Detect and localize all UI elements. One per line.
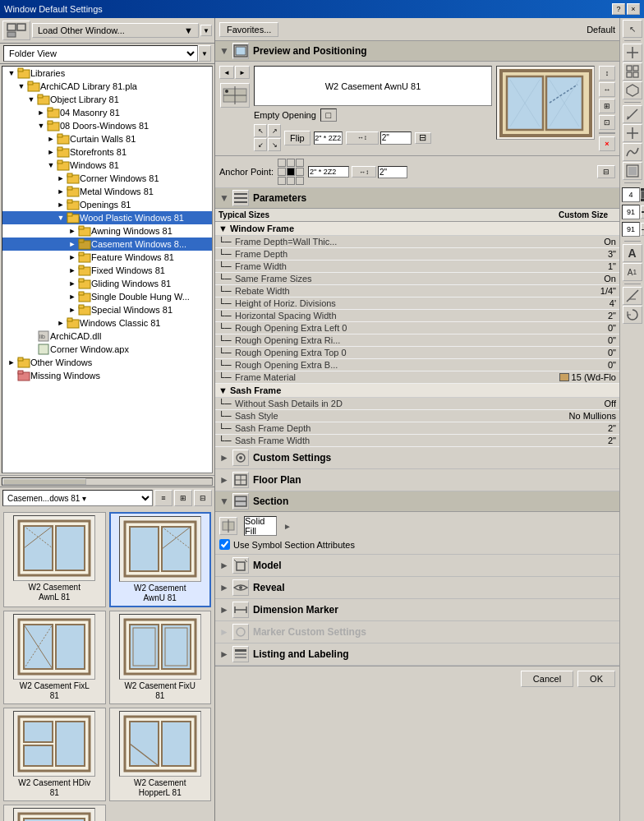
tree-toggle-icon[interactable]: ► <box>35 108 47 117</box>
tool-text-a-btn[interactable]: A <box>623 244 642 262</box>
tree-toggle-icon[interactable]: ▼ <box>25 95 37 104</box>
tree-item-other[interactable]: ► Other Windows <box>2 356 212 369</box>
pos-arrow-dl[interactable]: ↙ <box>254 138 267 151</box>
tool-text-a1-btn[interactable]: A1 <box>623 263 642 281</box>
tree-toggle-icon[interactable]: ► <box>67 279 78 288</box>
reveal-section[interactable]: ► Reveal <box>215 577 619 599</box>
use-symbol-checkbox[interactable] <box>219 539 230 550</box>
anchor-x-input[interactable] <box>308 166 349 178</box>
object-card-hopperu[interactable]: W2 CasementHopperU 81 <box>3 805 106 821</box>
tree-toggle-icon[interactable]: ► <box>55 174 67 182</box>
tree-toggle-icon[interactable]: ▼ <box>55 214 67 222</box>
solid-fill-expand-icon[interactable]: ► <box>283 522 292 531</box>
section-anchor-icon[interactable] <box>219 517 237 535</box>
nav-prev-btn[interactable]: ◄ <box>219 66 234 79</box>
tree-item-storefronts[interactable]: ► Storefronts 81 <box>2 145 212 159</box>
tree-item-curtain[interactable]: ► Curtain Walls 81 <box>2 132 212 145</box>
tool-wave-btn[interactable] <box>623 143 642 161</box>
tree-toggle-icon[interactable]: ► <box>67 266 78 274</box>
cancel-button[interactable]: Cancel <box>521 671 573 687</box>
params-table[interactable]: Typical Sizes Custom Size ▼ Window Frame… <box>215 209 619 447</box>
pos-arrow-ur[interactable]: ↗ <box>268 124 281 137</box>
anchor-dot-tl[interactable] <box>278 159 286 167</box>
listing-section[interactable]: ► Listing and Labeling <box>215 643 619 666</box>
tree-item-woodplastic[interactable]: ▼ Wood Plastic Windows 81 <box>2 211 212 224</box>
anchor-dot-bc[interactable] <box>287 177 295 185</box>
tree-item-fixed[interactable]: ► Fixed Windows 81 <box>2 264 212 277</box>
settings1-icon-btn[interactable]: ⊞ <box>599 99 615 113</box>
param-group-sash-frame[interactable]: ▼ Sash Frame <box>215 384 619 398</box>
object-card-awnu[interactable]: W2 CasementAwnU 81 <box>109 512 212 607</box>
marker-custom-section[interactable]: ► Marker Custom Settings <box>215 621 619 643</box>
tree-item-object-lib[interactable]: ▼ Object Library 81 <box>2 93 212 106</box>
flip-button[interactable]: Flip <box>284 131 310 145</box>
anchor-dot-mc[interactable] <box>287 168 295 176</box>
anchor-y-btn[interactable]: ↔↕ <box>352 166 376 178</box>
pos-arrow-dr[interactable]: ↘ <box>268 138 281 151</box>
custom-settings-section[interactable]: ► Custom Settings <box>215 447 619 469</box>
offset-value-input[interactable] <box>380 131 412 145</box>
view-small-icon-btn[interactable]: ⊞ <box>174 490 192 506</box>
view-large-icon-btn[interactable]: ⊟ <box>194 490 212 506</box>
tool-cross-btn[interactable] <box>623 124 642 142</box>
align-btn[interactable]: ⊟ <box>415 132 431 144</box>
anchor-position-icon[interactable] <box>220 83 250 108</box>
tool-pen-btn[interactable] <box>623 105 642 123</box>
tree-item-metal[interactable]: ► Metal Windows 81 <box>2 185 212 198</box>
preview-section-header[interactable]: ▼ Preview and Positioning <box>215 41 619 62</box>
anchor-dot-tc[interactable] <box>287 159 295 167</box>
anchor-dot-tr[interactable] <box>296 159 304 167</box>
tree-item-special[interactable]: ► Special Windows 81 <box>2 303 212 316</box>
tree-toggle-icon[interactable]: ► <box>67 253 78 261</box>
ok-button[interactable]: OK <box>577 671 615 687</box>
tree-toggle-icon[interactable]: ▼ <box>45 161 57 169</box>
object-preview-select[interactable]: Casemen...dows 81 ▾ <box>2 490 153 506</box>
tree-item-casement[interactable]: ► Casement Windows 8... <box>2 238 212 251</box>
tree-toggle-icon[interactable]: ► <box>45 135 57 143</box>
tree-item-awning[interactable]: ► Awning Windows 81 <box>2 224 212 238</box>
tree-item-masonry[interactable]: ► 04 Masonry 81 <box>2 106 212 119</box>
tree-toggle-icon[interactable]: ► <box>55 201 67 209</box>
section-section-header[interactable]: ▼ Section <box>215 491 619 512</box>
anchor-y-input[interactable] <box>378 166 407 178</box>
nav-next-btn[interactable]: ► <box>235 66 250 79</box>
toolbar-icon-btn[interactable] <box>2 21 30 40</box>
section-value-1-input[interactable] <box>622 187 640 202</box>
close-button[interactable]: × <box>627 3 640 15</box>
help-button[interactable]: ? <box>612 3 625 15</box>
tree-item-doors[interactable]: ▼ 08 Doors-Windows 81 <box>2 119 212 132</box>
tool-rotate-btn[interactable] <box>623 306 642 324</box>
expand-button[interactable]: ▼ <box>200 25 212 36</box>
tree-toggle-icon[interactable]: ► <box>67 293 78 301</box>
tree-toggle-icon[interactable]: ► <box>55 187 67 196</box>
flip-h-icon-btn[interactable]: ↔ <box>599 82 615 97</box>
tree-item-openings[interactable]: ► Openings 81 <box>2 198 212 211</box>
object-card-fixl[interactable]: W2 Casement FixL81 <box>3 611 106 704</box>
anchor-collapse-btn[interactable]: ⊟ <box>597 165 615 178</box>
tree-item-windows81[interactable]: ▼ Windows 81 <box>2 159 212 172</box>
offset-btn[interactable]: ↔↕ <box>346 131 379 145</box>
tool-resize-btn[interactable] <box>623 44 642 62</box>
section-value-3-input[interactable] <box>622 222 640 237</box>
model-section[interactable]: ► Model <box>215 555 619 577</box>
tree-toggle-icon[interactable]: ► <box>67 240 78 248</box>
tree-item-missing[interactable]: Missing Windows <box>2 369 212 382</box>
tree-toggle-icon[interactable]: ► <box>55 319 67 327</box>
tool-expand-btn[interactable] <box>623 81 642 99</box>
tree-item-archicad-lib[interactable]: ▼ ArchiCAD Library 81.pla <box>2 80 212 93</box>
anchor-dot-mr[interactable] <box>296 168 304 176</box>
tool-grid-btn[interactable] <box>623 62 642 81</box>
tool-cursor-btn[interactable]: ↖ <box>623 20 642 38</box>
param-group-window-frame[interactable]: ▼ Window Frame <box>215 222 619 236</box>
close-x-icon-btn[interactable]: × <box>599 136 615 151</box>
object-card-hdiv[interactable]: W2 Casement HDiv81 <box>3 708 106 801</box>
object-card-awnl[interactable]: W2 CasementAwnL 81 <box>3 512 106 607</box>
object-card-fixu[interactable]: W2 Casement FixU81 <box>109 611 212 704</box>
resize-icon-btn[interactable]: ↕ <box>599 66 615 81</box>
library-tree[interactable]: ▼ Libraries ▼ ArchiCAD Library 81.pla <box>2 66 213 473</box>
tree-toggle-icon[interactable]: ▼ <box>16 82 27 90</box>
tree-libraries-root[interactable]: ▼ Libraries <box>2 67 212 80</box>
anchor-dot-br[interactable] <box>296 177 304 185</box>
pos-arrow-ul[interactable]: ↖ <box>254 124 267 137</box>
tree-item-classic[interactable]: ► Windows Classic 81 <box>2 316 212 330</box>
